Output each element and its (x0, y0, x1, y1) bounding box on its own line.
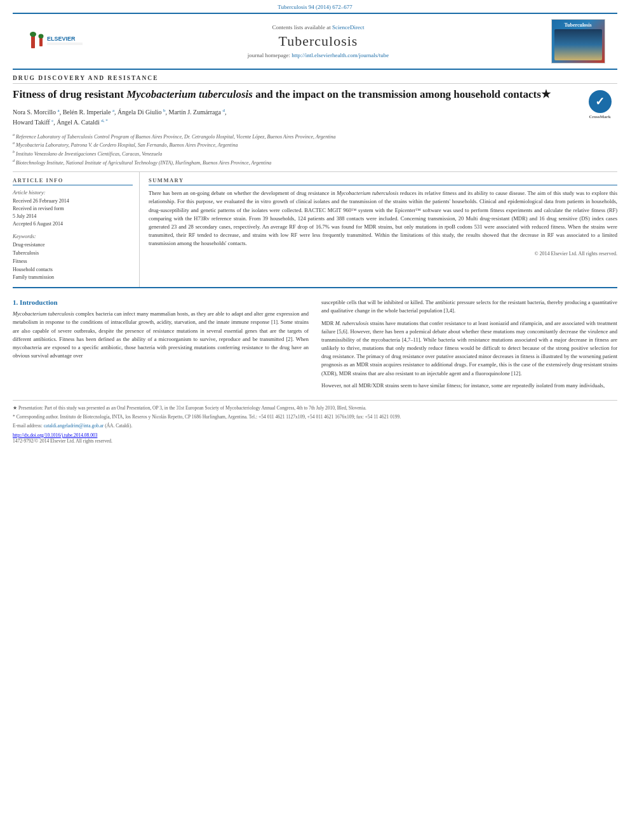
star-footnote: ★ Presentation: Part of this study was p… (13, 404, 617, 411)
body-section: 1. Introduction Mycobacterium tuberculos… (13, 287, 617, 394)
doi-line: http://dx.doi.org/10.1016/j.tube.2014.08… (13, 432, 617, 438)
journal-cover-area: Tuberculosis (546, 19, 610, 63)
keyword-4: Household contacts (13, 266, 133, 274)
affiliation-a1: a Reference Laboratory of Tuberculosis C… (13, 132, 617, 141)
article-section: Drug Discovery and Resistance Fitness of… (13, 70, 617, 287)
affiliation-d: d Biotechnology Institute, National Inst… (13, 158, 617, 167)
email-footnote: E-mail address: cataldi.angeladrim@inta.… (13, 422, 617, 429)
intro-para-4: However, not all MDR/XDR strains seem to… (321, 382, 617, 390)
intro-para-1: Mycobacterium tuberculosis complex bacte… (13, 310, 309, 360)
svg-text:ELSEVIER: ELSEVIER (47, 36, 76, 42)
corresponding-footnote: * Corresponding author. Instituto de Bio… (13, 413, 617, 420)
keyword-3: Fitness (13, 258, 133, 266)
intro-para-3: MDR M. tuberculosis strains have mutatio… (321, 319, 617, 378)
publisher-logo-area: ELSEVIER (20, 30, 90, 53)
issn-line: 1472-9792/© 2014 Elsevier Ltd. All right… (13, 438, 617, 444)
sciencedirect-line: Contents lists available at ScienceDirec… (90, 24, 546, 30)
keyword-2: Tuberculosis (13, 250, 133, 258)
journal-homepage-link[interactable]: http://intl.elsevierhealth.com/journals/… (292, 52, 389, 58)
article-title-end: and the impact on the transmission among… (253, 88, 541, 100)
intro-para-2: susceptible cells that will be inhibited… (321, 298, 617, 315)
summary-body: There has been an on-going debate on whe… (149, 189, 617, 258)
svg-point-2 (30, 32, 36, 37)
article-info-column: Article Info Article history: Received 2… (13, 172, 140, 287)
history-accepted: Accepted 6 August 2014 (13, 220, 133, 228)
crossmark-badge: ✓ CrossMark (582, 88, 617, 123)
body-text-col2: susceptible cells that will be inhibited… (321, 298, 617, 390)
svg-point-4 (39, 34, 44, 38)
email-link[interactable]: cataldi.angeladrim@inta.gob.ar (44, 423, 104, 429)
article-title-italic: Mycobacterium tuberculosis (126, 88, 253, 100)
article-type-label: Drug Discovery and Resistance (13, 75, 617, 84)
footnotes-section: ★ Presentation: Part of this study was p… (13, 400, 617, 444)
body-columns: 1. Introduction Mycobacterium tuberculos… (13, 298, 617, 394)
history-revised-date: 5 July 2014 (13, 213, 133, 220)
summary-column: Summary There has been an on-going debat… (140, 172, 617, 287)
affiliation-a2: a Mycobacteria Laboratory, Patrona V. de… (13, 140, 617, 149)
body-col-left: 1. Introduction Mycobacterium tuberculos… (13, 298, 309, 394)
doi-link[interactable]: http://dx.doi.org/10.1016/j.tube.2014.08… (13, 432, 97, 438)
journal-info-center: Contents lists available at ScienceDirec… (90, 24, 546, 58)
sciencedirect-link[interactable]: ScienceDirect (332, 24, 364, 30)
affiliations-block: a Reference Laboratory of Tuberculosis C… (13, 132, 617, 167)
article-title-star: ★ (541, 88, 551, 100)
crossmark-label: CrossMark (589, 114, 610, 120)
journal-citation: Tuberculosis 94 (2014) 672–677 (278, 4, 352, 10)
article-title: Fitness of drug resistant Mycobacterium … (13, 88, 617, 102)
elsevier-logo-svg: ELSEVIER (27, 30, 84, 53)
history-revised-label: Received in revised form (13, 205, 133, 213)
info-summary-columns: Article Info Article history: Received 2… (13, 171, 617, 287)
body-text-col1: Mycobacterium tuberculosis complex bacte… (13, 310, 309, 360)
summary-paragraph: There has been an on-going debate on whe… (149, 189, 617, 248)
journal-title: Tuberculosis (90, 33, 546, 50)
history-received: Received 26 February 2014 (13, 197, 133, 205)
keyword-1: Drug-resistance (13, 241, 133, 250)
copyright-line: © 2014 Elsevier Ltd. All rights reserved… (149, 250, 617, 258)
journal-homepage-line: journal homepage: http://intl.elsevierhe… (90, 52, 546, 58)
keyword-5: Family transmission (13, 274, 133, 282)
journal-header: ELSEVIER Contents lists available at Sci… (13, 13, 617, 70)
citation-bar: Tuberculosis 94 (2014) 672–677 (0, 0, 630, 13)
affiliation-b: b Instituto Venezolano de Investigacione… (13, 149, 617, 158)
keywords-label: Keywords: (13, 233, 133, 239)
cover-visual (554, 29, 602, 60)
summary-heading: Summary (149, 177, 617, 185)
authors-line: Nora S. Morcillo a, Belén R. Imperiale a… (13, 107, 617, 128)
journal-cover-image: Tuberculosis (551, 19, 605, 63)
article-title-start: Fitness of drug resistant (13, 88, 126, 100)
body-col-right: susceptible cells that will be inhibited… (321, 298, 617, 394)
section-1-heading: 1. Introduction (13, 298, 309, 306)
history-label: Article history: (13, 189, 133, 196)
elsevier-logo: ELSEVIER (27, 30, 84, 53)
article-info-heading: Article Info (13, 177, 133, 185)
